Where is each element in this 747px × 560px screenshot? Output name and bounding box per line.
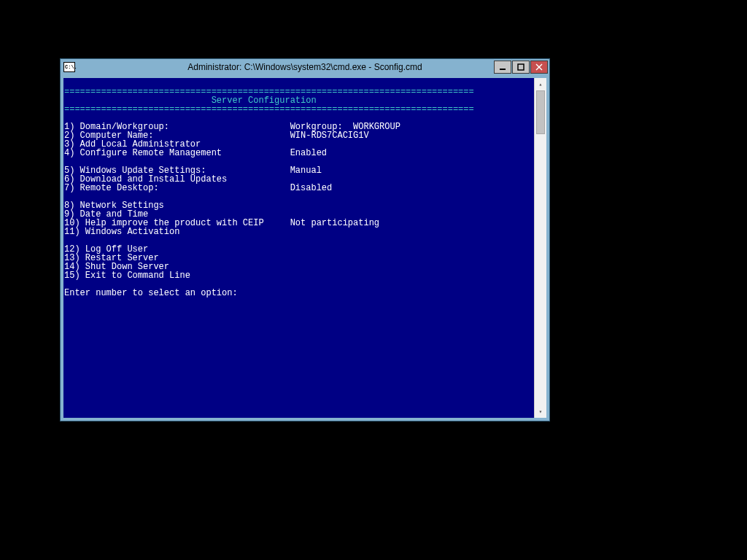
scroll-up-button[interactable]: ▴	[535, 78, 546, 90]
minimize-button[interactable]	[494, 61, 511, 74]
command-prompt-window: C:\. Administrator: C:\Windows\system32\…	[60, 58, 550, 421]
close-button[interactable]	[530, 61, 548, 74]
maximize-icon	[517, 63, 525, 71]
scroll-down-button[interactable]: ▾	[535, 405, 546, 418]
cmd-icon: C:\.	[63, 62, 75, 72]
console-output[interactable]: ========================================…	[63, 78, 534, 418]
scroll-thumb[interactable]	[536, 90, 545, 134]
titlebar[interactable]: C:\. Administrator: C:\Windows\system32\…	[61, 59, 549, 75]
maximize-button[interactable]	[512, 61, 530, 74]
scroll-track[interactable]	[535, 90, 546, 405]
chevron-up-icon: ▴	[539, 81, 543, 88]
chevron-down-icon: ▾	[539, 408, 543, 415]
client-area: ========================================…	[63, 78, 546, 418]
vertical-scrollbar[interactable]: ▴ ▾	[534, 78, 546, 418]
minimize-icon	[499, 63, 506, 71]
close-icon	[535, 63, 543, 71]
window-controls	[494, 61, 548, 74]
window-title: Administrator: C:\Windows\system32\cmd.e…	[61, 62, 549, 72]
svg-rect-1	[518, 64, 524, 70]
